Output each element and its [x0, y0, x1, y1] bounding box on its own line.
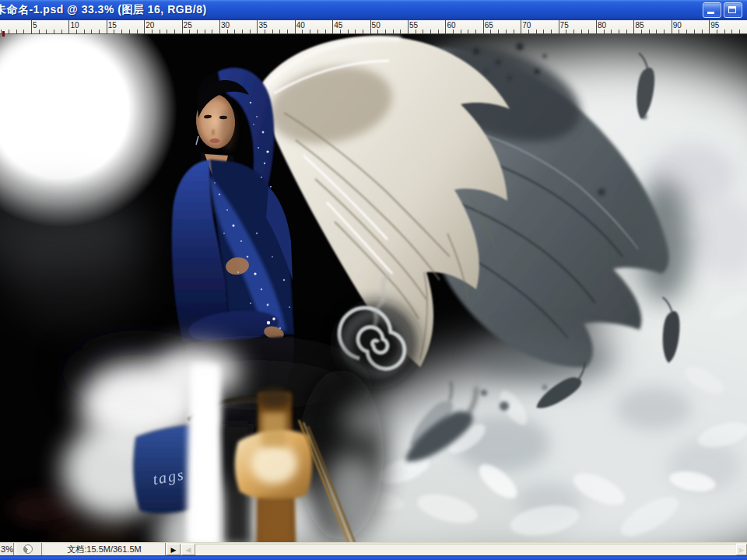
ruler-tick	[475, 30, 476, 33]
status-icon-cell	[16, 544, 41, 555]
ruler-label: 55	[409, 21, 418, 30]
ruler-label: 85	[635, 21, 644, 30]
ruler-tick	[528, 30, 529, 33]
ruler-tick	[310, 30, 310, 33]
menu-arrow-icon: ▶	[171, 546, 177, 554]
ruler-tick	[588, 30, 589, 33]
ruler-label: 65	[485, 21, 493, 30]
ruler-tick	[212, 30, 212, 33]
ruler-tick	[536, 30, 537, 33]
window-border-bottom	[0, 555, 747, 560]
ruler-tick	[423, 30, 423, 33]
ruler-tick	[107, 20, 107, 33]
ruler-tick	[573, 30, 574, 33]
ruler-tick	[468, 30, 468, 33]
ruler-tick	[377, 30, 378, 33]
ruler-tick	[219, 20, 220, 33]
ruler-tick	[46, 30, 47, 33]
ruler-tick	[604, 30, 605, 33]
ruler-tick	[114, 30, 114, 33]
ruler-tick	[189, 30, 190, 33]
ruler-tick	[272, 30, 273, 33]
ruler-tick	[408, 20, 409, 33]
document-size-field[interactable]: 文档:15.5M/361.5M	[44, 544, 165, 555]
ruler-label: 40	[296, 21, 305, 30]
ruler-tick	[160, 30, 160, 33]
ruler-tick	[490, 30, 491, 33]
ruler-tick	[144, 20, 145, 33]
horizontal-ruler[interactable]: 5101520253035404550556065707580859095	[0, 20, 747, 34]
ruler-tick	[205, 30, 205, 33]
ruler-tick	[453, 30, 454, 33]
maximize-icon	[728, 6, 736, 13]
ruler-tick	[596, 20, 597, 33]
ruler-tick	[656, 30, 657, 33]
ruler-tick	[363, 30, 363, 33]
ruler-tick	[167, 30, 167, 33]
ruler-tick	[121, 30, 122, 33]
ruler-label: 60	[447, 21, 455, 30]
ruler-label: 50	[372, 21, 381, 30]
ruler-tick	[31, 20, 32, 33]
ruler-tick	[506, 30, 507, 33]
scrollbar-right-button[interactable]: ▶	[736, 544, 747, 555]
scroll-left-icon: ◀	[186, 546, 191, 554]
ruler-tick	[99, 30, 100, 33]
ruler-tick	[416, 30, 416, 33]
ruler-label: 45	[334, 21, 342, 30]
ruler-tick	[84, 30, 85, 33]
ruler-tick	[295, 20, 296, 33]
ruler-label: 90	[673, 21, 682, 30]
horizontal-scrollbar-track[interactable]	[195, 544, 736, 555]
ruler-tick	[731, 30, 732, 33]
ruler-tick	[694, 30, 695, 33]
ruler-tick	[438, 30, 439, 33]
ruler-tick	[61, 30, 62, 33]
scrollbar-left-button[interactable]: ◀	[181, 544, 195, 555]
ruler-tick	[234, 30, 235, 33]
ruler-tick	[521, 20, 521, 33]
title-bar[interactable]: 未命名-1.psd @ 33.3% (图层 16, RGB/8)	[0, 0, 747, 21]
ruler-tick	[717, 30, 717, 33]
ruler-tick	[257, 20, 258, 33]
maximize-button[interactable]	[724, 2, 742, 18]
ruler-tick	[633, 20, 634, 33]
minimize-button[interactable]	[703, 2, 721, 18]
ruler-label: 80	[598, 21, 606, 30]
ruler-label: 75	[560, 21, 569, 30]
ruler-tick	[340, 30, 341, 33]
timer-icon	[23, 544, 33, 554]
ruler-tick	[250, 30, 251, 33]
ruler-tick	[514, 30, 514, 33]
ruler-tick	[664, 30, 665, 33]
ruler-tick	[461, 30, 461, 33]
document-canvas[interactable]: tags	[0, 0, 747, 560]
ruler-tick	[152, 30, 153, 33]
ruler-label: 70	[522, 21, 531, 30]
ruler-label: 15	[108, 21, 117, 30]
ruler-tick	[702, 30, 703, 33]
ruler-tick	[23, 30, 24, 33]
ruler-tick	[137, 30, 138, 33]
ruler-tick	[76, 30, 77, 33]
ruler-tick	[9, 30, 9, 33]
ruler-tick	[709, 20, 710, 33]
ruler-tick	[445, 20, 446, 33]
ruler-tick	[393, 30, 394, 33]
ruler-label: 25	[184, 21, 192, 30]
ruler-tick	[302, 30, 303, 33]
status-bar: 3% 文档:15.5M/361.5M ▶ ◀ ▶	[0, 542, 747, 555]
ruler-tick	[287, 30, 288, 33]
ruler-tick	[348, 30, 349, 33]
ruler-origin-marker	[2, 31, 5, 37]
ruler-tick	[279, 30, 280, 33]
ruler-tick	[581, 30, 582, 33]
zoom-level-field[interactable]: 3%	[0, 544, 13, 555]
ruler-tick	[16, 30, 17, 33]
window-title: 未命名-1.psd @ 33.3% (图层 16, RGB/8)	[0, 3, 207, 17]
ruler-tick	[400, 30, 401, 33]
ruler-tick	[626, 30, 627, 33]
status-menu-button[interactable]: ▶	[167, 544, 181, 555]
ruler-tick	[686, 30, 687, 33]
ruler-tick	[641, 30, 642, 33]
